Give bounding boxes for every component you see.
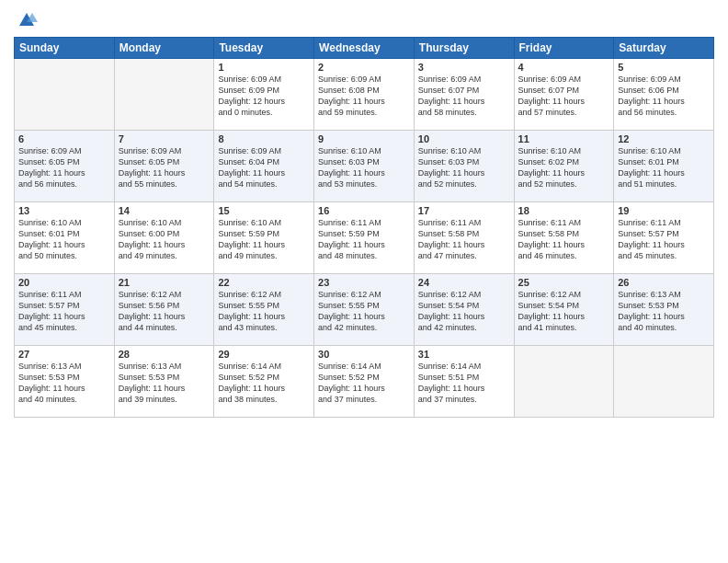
calendar-cell: 13Sunrise: 6:10 AM Sunset: 6:01 PM Dayli… [15, 202, 115, 274]
calendar-cell: 28Sunrise: 6:13 AM Sunset: 5:53 PM Dayli… [114, 346, 214, 418]
calendar-cell: 7Sunrise: 6:09 AM Sunset: 6:05 PM Daylig… [114, 131, 214, 202]
day-number: 18 [518, 205, 610, 216]
day-number: 4 [518, 62, 610, 73]
day-number: 21 [119, 277, 210, 288]
week-row-4: 20Sunrise: 6:11 AM Sunset: 5:57 PM Dayli… [15, 274, 714, 346]
day-info: Sunrise: 6:13 AM Sunset: 5:53 PM Dayligh… [18, 361, 110, 406]
day-info: Sunrise: 6:10 AM Sunset: 6:01 PM Dayligh… [618, 145, 710, 190]
day-info: Sunrise: 6:12 AM Sunset: 5:55 PM Dayligh… [218, 289, 310, 334]
day-number: 5 [618, 62, 710, 73]
day-info: Sunrise: 6:13 AM Sunset: 5:53 PM Dayligh… [618, 289, 710, 334]
calendar-cell: 1Sunrise: 6:09 AM Sunset: 6:09 PM Daylig… [214, 59, 314, 131]
day-number: 10 [418, 133, 510, 144]
calendar-page: SundayMondayTuesdayWednesdayThursdayFrid… [0, 0, 728, 563]
week-row-3: 13Sunrise: 6:10 AM Sunset: 6:01 PM Dayli… [15, 202, 714, 274]
day-number: 12 [618, 133, 710, 144]
day-number: 11 [518, 133, 610, 144]
day-number: 8 [218, 133, 310, 144]
calendar-cell [15, 59, 115, 131]
day-info: Sunrise: 6:12 AM Sunset: 5:54 PM Dayligh… [518, 289, 610, 334]
calendar-cell: 18Sunrise: 6:11 AM Sunset: 5:58 PM Dayli… [514, 202, 614, 274]
day-number: 3 [418, 62, 510, 73]
day-info: Sunrise: 6:12 AM Sunset: 5:56 PM Dayligh… [119, 289, 210, 334]
calendar-cell: 22Sunrise: 6:12 AM Sunset: 5:55 PM Dayli… [214, 274, 314, 346]
calendar-cell: 5Sunrise: 6:09 AM Sunset: 6:06 PM Daylig… [614, 59, 714, 131]
calendar-cell: 27Sunrise: 6:13 AM Sunset: 5:53 PM Dayli… [15, 346, 115, 418]
day-info: Sunrise: 6:13 AM Sunset: 5:53 PM Dayligh… [119, 361, 210, 406]
calendar-cell: 30Sunrise: 6:14 AM Sunset: 5:52 PM Dayli… [314, 346, 415, 418]
day-info: Sunrise: 6:09 AM Sunset: 6:07 PM Dayligh… [518, 74, 610, 119]
day-number: 1 [218, 62, 310, 73]
day-number: 2 [318, 62, 410, 73]
day-info: Sunrise: 6:12 AM Sunset: 5:55 PM Dayligh… [318, 289, 410, 334]
calendar-cell: 6Sunrise: 6:09 AM Sunset: 6:05 PM Daylig… [15, 131, 115, 202]
day-info: Sunrise: 6:10 AM Sunset: 6:00 PM Dayligh… [119, 217, 210, 262]
day-number: 24 [418, 277, 510, 288]
calendar-cell: 2Sunrise: 6:09 AM Sunset: 6:08 PM Daylig… [314, 59, 415, 131]
calendar-cell [514, 346, 614, 418]
calendar-cell: 10Sunrise: 6:10 AM Sunset: 6:03 PM Dayli… [414, 131, 514, 202]
day-number: 25 [518, 277, 610, 288]
day-info: Sunrise: 6:09 AM Sunset: 6:05 PM Dayligh… [119, 145, 210, 190]
day-number: 22 [218, 277, 310, 288]
day-number: 31 [418, 349, 510, 360]
week-row-5: 27Sunrise: 6:13 AM Sunset: 5:53 PM Dayli… [15, 346, 714, 418]
calendar-cell: 15Sunrise: 6:10 AM Sunset: 5:59 PM Dayli… [214, 202, 314, 274]
day-info: Sunrise: 6:10 AM Sunset: 6:03 PM Dayligh… [418, 145, 510, 190]
day-info: Sunrise: 6:11 AM Sunset: 5:58 PM Dayligh… [518, 217, 610, 262]
day-info: Sunrise: 6:09 AM Sunset: 6:05 PM Dayligh… [18, 145, 110, 190]
day-info: Sunrise: 6:11 AM Sunset: 5:58 PM Dayligh… [418, 217, 510, 262]
calendar-cell: 21Sunrise: 6:12 AM Sunset: 5:56 PM Dayli… [114, 274, 214, 346]
day-number: 26 [618, 277, 710, 288]
day-number: 14 [119, 205, 210, 216]
day-info: Sunrise: 6:10 AM Sunset: 6:03 PM Dayligh… [318, 145, 410, 190]
week-row-2: 6Sunrise: 6:09 AM Sunset: 6:05 PM Daylig… [15, 131, 714, 202]
day-header-friday: Friday [514, 38, 614, 59]
calendar-cell: 9Sunrise: 6:10 AM Sunset: 6:03 PM Daylig… [314, 131, 415, 202]
day-header-wednesday: Wednesday [314, 38, 415, 59]
day-info: Sunrise: 6:10 AM Sunset: 6:01 PM Dayligh… [18, 217, 110, 262]
day-info: Sunrise: 6:09 AM Sunset: 6:04 PM Dayligh… [218, 145, 310, 190]
day-info: Sunrise: 6:09 AM Sunset: 6:08 PM Dayligh… [318, 74, 410, 119]
day-info: Sunrise: 6:14 AM Sunset: 5:52 PM Dayligh… [318, 361, 410, 406]
day-info: Sunrise: 6:11 AM Sunset: 5:57 PM Dayligh… [618, 217, 710, 262]
calendar-cell: 8Sunrise: 6:09 AM Sunset: 6:04 PM Daylig… [214, 131, 314, 202]
day-header-thursday: Thursday [414, 38, 514, 59]
day-number: 15 [218, 205, 310, 216]
day-header-saturday: Saturday [614, 38, 714, 59]
day-number: 30 [318, 349, 410, 360]
calendar-cell: 3Sunrise: 6:09 AM Sunset: 6:07 PM Daylig… [414, 59, 514, 131]
day-number: 17 [418, 205, 510, 216]
day-header-tuesday: Tuesday [214, 38, 314, 59]
day-info: Sunrise: 6:09 AM Sunset: 6:06 PM Dayligh… [618, 74, 710, 119]
day-number: 29 [218, 349, 310, 360]
calendar-cell: 25Sunrise: 6:12 AM Sunset: 5:54 PM Dayli… [514, 274, 614, 346]
calendar-cell: 31Sunrise: 6:14 AM Sunset: 5:51 PM Dayli… [414, 346, 514, 418]
day-number: 27 [18, 349, 110, 360]
calendar-cell: 4Sunrise: 6:09 AM Sunset: 6:07 PM Daylig… [514, 59, 614, 131]
calendar-cell [114, 59, 214, 131]
day-info: Sunrise: 6:10 AM Sunset: 6:02 PM Dayligh… [518, 145, 610, 190]
calendar-cell: 23Sunrise: 6:12 AM Sunset: 5:55 PM Dayli… [314, 274, 415, 346]
week-row-1: 1Sunrise: 6:09 AM Sunset: 6:09 PM Daylig… [15, 59, 714, 131]
logo [14, 9, 38, 31]
calendar-table: SundayMondayTuesdayWednesdayThursdayFrid… [14, 37, 714, 418]
day-header-monday: Monday [114, 38, 214, 59]
calendar-cell: 19Sunrise: 6:11 AM Sunset: 5:57 PM Dayli… [614, 202, 714, 274]
day-info: Sunrise: 6:09 AM Sunset: 6:09 PM Dayligh… [218, 74, 310, 119]
day-number: 19 [618, 205, 710, 216]
day-info: Sunrise: 6:10 AM Sunset: 5:59 PM Dayligh… [218, 217, 310, 262]
day-number: 28 [119, 349, 210, 360]
day-info: Sunrise: 6:09 AM Sunset: 6:07 PM Dayligh… [418, 74, 510, 119]
calendar-cell: 12Sunrise: 6:10 AM Sunset: 6:01 PM Dayli… [614, 131, 714, 202]
day-info: Sunrise: 6:14 AM Sunset: 5:52 PM Dayligh… [218, 361, 310, 406]
day-info: Sunrise: 6:11 AM Sunset: 5:57 PM Dayligh… [18, 289, 110, 334]
days-header-row: SundayMondayTuesdayWednesdayThursdayFrid… [15, 38, 714, 59]
calendar-cell: 16Sunrise: 6:11 AM Sunset: 5:59 PM Dayli… [314, 202, 415, 274]
calendar-cell: 17Sunrise: 6:11 AM Sunset: 5:58 PM Dayli… [414, 202, 514, 274]
day-number: 20 [18, 277, 110, 288]
day-number: 13 [18, 205, 110, 216]
calendar-cell: 20Sunrise: 6:11 AM Sunset: 5:57 PM Dayli… [15, 274, 115, 346]
calendar-cell [614, 346, 714, 418]
day-info: Sunrise: 6:12 AM Sunset: 5:54 PM Dayligh… [418, 289, 510, 334]
